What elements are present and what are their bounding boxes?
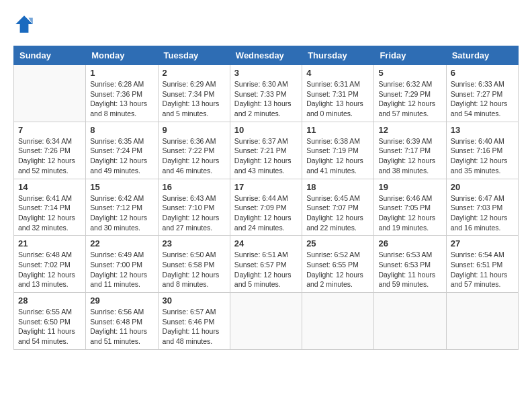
calendar-cell: 4Sunrise: 6:31 AM Sunset: 7:31 PM Daylig…: [302, 65, 374, 122]
day-info: Sunrise: 6:57 AM Sunset: 6:46 PM Dayligh…: [163, 307, 226, 347]
day-number: 3: [234, 68, 298, 78]
calendar-cell: 15Sunrise: 6:42 AM Sunset: 7:12 PM Dayli…: [86, 179, 158, 236]
day-number: 13: [451, 125, 514, 135]
day-number: 6: [451, 68, 514, 78]
calendar-cell: 29Sunrise: 6:56 AM Sunset: 6:48 PM Dayli…: [86, 293, 158, 350]
day-number: 30: [163, 295, 226, 306]
day-info: Sunrise: 6:30 AM Sunset: 7:33 PM Dayligh…: [234, 79, 298, 119]
calendar-cell: 16Sunrise: 6:43 AM Sunset: 7:10 PM Dayli…: [158, 179, 230, 236]
day-number: 28: [18, 295, 81, 306]
calendar-cell: 20Sunrise: 6:47 AM Sunset: 7:03 PM Dayli…: [446, 179, 518, 236]
day-number: 16: [163, 182, 226, 192]
day-number: 15: [90, 182, 153, 192]
calendar-header-wednesday: Wednesday: [230, 46, 302, 65]
calendar-cell: 18Sunrise: 6:45 AM Sunset: 7:07 PM Dayli…: [302, 179, 374, 236]
calendar-cell: 8Sunrise: 6:35 AM Sunset: 7:24 PM Daylig…: [86, 122, 158, 179]
day-number: 27: [451, 238, 514, 248]
day-number: 19: [378, 182, 441, 192]
day-info: Sunrise: 6:52 AM Sunset: 6:55 PM Dayligh…: [306, 250, 369, 289]
calendar-cell: [374, 293, 446, 350]
day-number: 20: [451, 182, 514, 192]
calendar-cell: 6Sunrise: 6:33 AM Sunset: 7:27 PM Daylig…: [446, 65, 518, 122]
calendar-header-friday: Friday: [374, 46, 446, 65]
calendar-cell: 19Sunrise: 6:46 AM Sunset: 7:05 PM Dayli…: [374, 179, 446, 236]
calendar-week-1: 1Sunrise: 6:28 AM Sunset: 7:36 PM Daylig…: [14, 65, 519, 122]
day-info: Sunrise: 6:44 AM Sunset: 7:09 PM Dayligh…: [234, 193, 298, 233]
day-number: 29: [90, 295, 153, 306]
day-number: 18: [306, 182, 369, 192]
calendar-cell: 14Sunrise: 6:41 AM Sunset: 7:14 PM Dayli…: [14, 179, 86, 236]
day-number: 11: [306, 125, 369, 135]
calendar-cell: 1Sunrise: 6:28 AM Sunset: 7:36 PM Daylig…: [86, 65, 158, 122]
day-number: 22: [90, 238, 153, 248]
calendar-cell: 9Sunrise: 6:36 AM Sunset: 7:22 PM Daylig…: [158, 122, 230, 179]
calendar-cell: 30Sunrise: 6:57 AM Sunset: 6:46 PM Dayli…: [158, 293, 230, 350]
day-number: 8: [90, 125, 153, 135]
day-info: Sunrise: 6:43 AM Sunset: 7:10 PM Dayligh…: [163, 193, 226, 233]
calendar-cell: [14, 65, 86, 122]
day-info: Sunrise: 6:36 AM Sunset: 7:22 PM Dayligh…: [163, 136, 226, 176]
calendar-cell: 2Sunrise: 6:29 AM Sunset: 7:34 PM Daylig…: [158, 65, 230, 122]
day-info: Sunrise: 6:49 AM Sunset: 7:00 PM Dayligh…: [90, 250, 153, 289]
day-info: Sunrise: 6:45 AM Sunset: 7:07 PM Dayligh…: [306, 193, 369, 233]
calendar-week-2: 7Sunrise: 6:34 AM Sunset: 7:26 PM Daylig…: [14, 122, 519, 179]
day-number: 23: [163, 238, 226, 248]
day-number: 2: [163, 68, 226, 78]
calendar-cell: 11Sunrise: 6:38 AM Sunset: 7:19 PM Dayli…: [302, 122, 374, 179]
logo: [13, 13, 38, 35]
day-info: Sunrise: 6:28 AM Sunset: 7:36 PM Dayligh…: [90, 79, 153, 119]
calendar-week-3: 14Sunrise: 6:41 AM Sunset: 7:14 PM Dayli…: [14, 179, 519, 236]
calendar-cell: 21Sunrise: 6:48 AM Sunset: 7:02 PM Dayli…: [14, 236, 86, 293]
calendar-cell: 13Sunrise: 6:40 AM Sunset: 7:16 PM Dayli…: [446, 122, 518, 179]
calendar-header-sunday: Sunday: [14, 46, 86, 65]
day-number: 21: [18, 238, 81, 248]
page-header: [13, 13, 519, 35]
calendar-cell: [302, 293, 374, 350]
day-info: Sunrise: 6:55 AM Sunset: 6:50 PM Dayligh…: [18, 307, 81, 347]
calendar-table: SundayMondayTuesdayWednesdayThursdayFrid…: [13, 46, 519, 350]
calendar-cell: 22Sunrise: 6:49 AM Sunset: 7:00 PM Dayli…: [86, 236, 158, 293]
day-number: 26: [378, 238, 441, 248]
day-info: Sunrise: 6:41 AM Sunset: 7:14 PM Dayligh…: [18, 193, 81, 233]
day-number: 14: [18, 182, 81, 192]
calendar-cell: 27Sunrise: 6:54 AM Sunset: 6:51 PM Dayli…: [446, 236, 518, 293]
day-info: Sunrise: 6:48 AM Sunset: 7:02 PM Dayligh…: [18, 250, 81, 289]
calendar-cell: 3Sunrise: 6:30 AM Sunset: 7:33 PM Daylig…: [230, 65, 302, 122]
day-info: Sunrise: 6:31 AM Sunset: 7:31 PM Dayligh…: [306, 79, 369, 119]
day-info: Sunrise: 6:47 AM Sunset: 7:03 PM Dayligh…: [451, 193, 514, 233]
calendar-week-4: 21Sunrise: 6:48 AM Sunset: 7:02 PM Dayli…: [14, 236, 519, 293]
day-number: 4: [306, 68, 369, 78]
calendar-cell: 12Sunrise: 6:39 AM Sunset: 7:17 PM Dayli…: [374, 122, 446, 179]
logo-icon: [13, 13, 35, 35]
day-info: Sunrise: 6:39 AM Sunset: 7:17 PM Dayligh…: [378, 136, 441, 176]
day-info: Sunrise: 6:56 AM Sunset: 6:48 PM Dayligh…: [90, 307, 153, 347]
calendar-cell: 5Sunrise: 6:32 AM Sunset: 7:29 PM Daylig…: [374, 65, 446, 122]
calendar-cell: 17Sunrise: 6:44 AM Sunset: 7:09 PM Dayli…: [230, 179, 302, 236]
day-number: 1: [90, 68, 153, 78]
calendar-cell: 28Sunrise: 6:55 AM Sunset: 6:50 PM Dayli…: [14, 293, 86, 350]
calendar-cell: 25Sunrise: 6:52 AM Sunset: 6:55 PM Dayli…: [302, 236, 374, 293]
day-info: Sunrise: 6:38 AM Sunset: 7:19 PM Dayligh…: [306, 136, 369, 176]
day-info: Sunrise: 6:51 AM Sunset: 6:57 PM Dayligh…: [234, 250, 298, 289]
calendar-cell: 10Sunrise: 6:37 AM Sunset: 7:21 PM Dayli…: [230, 122, 302, 179]
calendar-cell: 24Sunrise: 6:51 AM Sunset: 6:57 PM Dayli…: [230, 236, 302, 293]
day-info: Sunrise: 6:40 AM Sunset: 7:16 PM Dayligh…: [451, 136, 514, 176]
calendar-cell: [230, 293, 302, 350]
day-number: 24: [234, 238, 298, 248]
day-number: 17: [234, 182, 298, 192]
calendar-cell: 26Sunrise: 6:53 AM Sunset: 6:53 PM Dayli…: [374, 236, 446, 293]
day-number: 7: [18, 125, 81, 135]
calendar-week-5: 28Sunrise: 6:55 AM Sunset: 6:50 PM Dayli…: [14, 293, 519, 350]
day-info: Sunrise: 6:50 AM Sunset: 6:58 PM Dayligh…: [163, 250, 226, 289]
day-info: Sunrise: 6:46 AM Sunset: 7:05 PM Dayligh…: [378, 193, 441, 233]
day-info: Sunrise: 6:35 AM Sunset: 7:24 PM Dayligh…: [90, 136, 153, 176]
day-info: Sunrise: 6:29 AM Sunset: 7:34 PM Dayligh…: [163, 79, 226, 119]
day-number: 10: [234, 125, 298, 135]
day-info: Sunrise: 6:33 AM Sunset: 7:27 PM Dayligh…: [451, 79, 514, 119]
day-number: 9: [163, 125, 226, 135]
calendar-cell: 7Sunrise: 6:34 AM Sunset: 7:26 PM Daylig…: [14, 122, 86, 179]
calendar-cell: 23Sunrise: 6:50 AM Sunset: 6:58 PM Dayli…: [158, 236, 230, 293]
day-info: Sunrise: 6:37 AM Sunset: 7:21 PM Dayligh…: [234, 136, 298, 176]
day-number: 12: [378, 125, 441, 135]
day-info: Sunrise: 6:53 AM Sunset: 6:53 PM Dayligh…: [378, 250, 441, 289]
